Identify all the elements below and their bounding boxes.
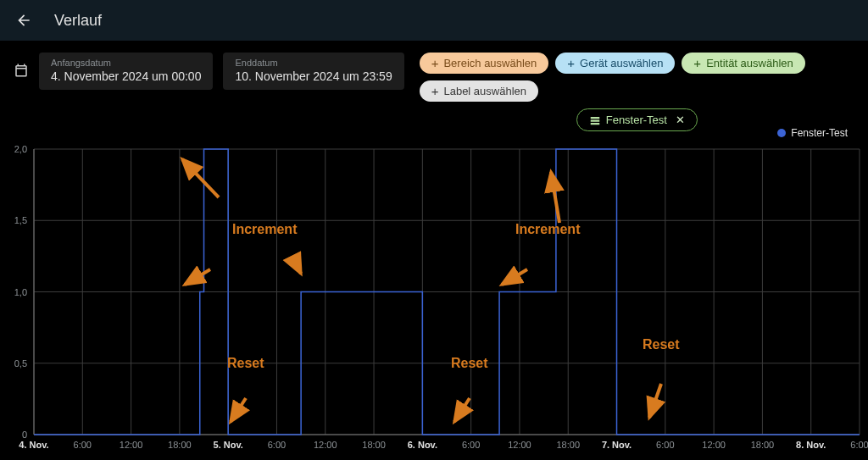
svg-text:6. Nov.: 6. Nov. (408, 440, 437, 450)
back-button[interactable] (14, 10, 34, 30)
legend-label: Fenster-Test (791, 127, 848, 139)
svg-text:18:00: 18:00 (362, 440, 386, 450)
arrow-left-icon (15, 12, 32, 29)
svg-text:18:00: 18:00 (556, 440, 580, 450)
svg-text:1,5: 1,5 (14, 215, 27, 225)
svg-text:12:00: 12:00 (120, 440, 143, 450)
svg-line-50 (292, 257, 301, 274)
chart-svg: 00,51,01,52,04. Nov.6:0012:0018:005. Nov… (0, 142, 868, 460)
annotation-increment-1: Increment (232, 222, 297, 237)
chart-legend[interactable]: Fenster-Test (777, 127, 848, 139)
svg-line-55 (649, 384, 661, 418)
svg-line-53 (502, 269, 527, 285)
end-date-label: Enddatum (235, 58, 392, 68)
filter-chip-row: + Bereich auswählen + Gerät auswählen + … (420, 53, 854, 102)
end-date-value: 10. November 2024 um 23:59 (235, 69, 392, 83)
chart-area: Fenster-Test 00,51,01,52,04. Nov.6:0012:… (0, 127, 868, 460)
svg-line-52 (454, 398, 470, 422)
svg-text:6:00: 6:00 (74, 440, 92, 450)
svg-text:7. Nov.: 7. Nov. (602, 440, 632, 450)
end-date-picker[interactable]: Enddatum 10. November 2024 um 23:59 (223, 53, 403, 90)
start-date-value: 4. November 2024 um 00:00 (51, 69, 201, 83)
svg-line-48 (182, 159, 219, 197)
annotation-reset-3: Reset (643, 337, 680, 352)
filter-device-chip[interactable]: + Gerät auswählen (555, 53, 675, 74)
svg-line-51 (231, 398, 246, 422)
svg-text:8. Nov.: 8. Nov. (796, 440, 826, 450)
chip-label: Label auswählen (443, 85, 526, 97)
svg-text:6:00: 6:00 (268, 440, 286, 450)
annotation-increment-2: Increment (515, 222, 580, 237)
legend-swatch (777, 129, 786, 137)
page-title: Verlauf (54, 12, 102, 30)
svg-text:18:00: 18:00 (168, 440, 192, 450)
svg-line-54 (551, 172, 559, 223)
chip-label: Fenster-Test (606, 114, 667, 126)
filter-entity-chip[interactable]: + Entität auswählen (682, 53, 804, 74)
topbar: Verlauf (0, 0, 868, 41)
svg-text:6:00: 6:00 (656, 440, 674, 450)
chip-label: Entität auswählen (706, 57, 793, 69)
svg-text:6:00: 6:00 (462, 440, 480, 450)
filter-chip-area: + Bereich auswählen + Gerät auswählen + … (420, 53, 854, 131)
svg-text:4. Nov.: 4. Nov. (19, 440, 48, 450)
annotation-reset-1: Reset (227, 356, 264, 371)
svg-text:1,0: 1,0 (14, 287, 27, 297)
plus-icon: + (431, 57, 439, 69)
svg-text:12:00: 12:00 (702, 440, 726, 450)
chip-label: Gerät auswählen (580, 57, 663, 69)
svg-text:5. Nov.: 5. Nov. (214, 440, 243, 450)
annotation-reset-2: Reset (451, 356, 488, 371)
svg-text:12:00: 12:00 (314, 440, 337, 450)
start-date-label: Anfangsdatum (51, 58, 201, 68)
start-date-picker[interactable]: Anfangsdatum 4. November 2024 um 00:00 (39, 53, 213, 90)
close-icon[interactable]: ✕ (676, 114, 685, 126)
chip-label: Bereich auswählen (443, 57, 537, 69)
plus-icon: + (567, 57, 575, 69)
svg-text:18:00: 18:00 (751, 440, 775, 450)
svg-text:0,5: 0,5 (14, 358, 27, 369)
plus-icon: + (693, 57, 701, 69)
svg-text:2,0: 2,0 (14, 144, 27, 154)
filter-area-chip[interactable]: + Bereich auswählen (420, 53, 549, 74)
controls-row: Anfangsdatum 4. November 2024 um 00:00 E… (0, 41, 868, 135)
svg-line-49 (185, 269, 210, 285)
calendar-icon (14, 63, 29, 78)
svg-text:6:00: 6:00 (850, 440, 868, 450)
entity-icon (589, 114, 601, 126)
svg-text:0: 0 (22, 430, 27, 440)
plus-icon: + (431, 85, 439, 97)
svg-text:12:00: 12:00 (508, 440, 531, 450)
filter-label-chip[interactable]: + Label auswählen (420, 80, 538, 102)
